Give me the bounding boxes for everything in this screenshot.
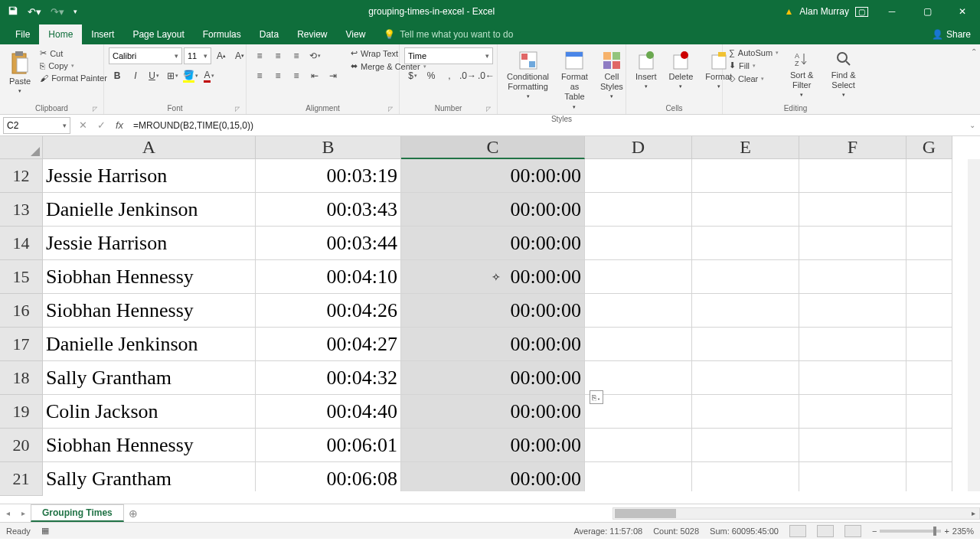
expand-formula-bar-icon[interactable]: ⌄: [965, 121, 980, 129]
cell[interactable]: 00:00:00: [401, 159, 585, 193]
bold-button[interactable]: B: [109, 67, 126, 84]
font-launcher-icon[interactable]: ◸: [235, 106, 240, 112]
cell[interactable]: Siobhan Hennessy: [43, 429, 256, 462]
increase-decimal-button[interactable]: .0→: [459, 67, 476, 84]
align-middle-button[interactable]: ≡: [270, 47, 286, 64]
cell[interactable]: Siobhan Hennessy: [43, 294, 256, 328]
enter-formula-button[interactable]: ✓: [92, 117, 110, 134]
cell[interactable]: 00:03:43: [256, 193, 401, 227]
sheet-nav-prev-icon[interactable]: ◂: [0, 509, 15, 517]
cell[interactable]: [799, 193, 906, 227]
sort-filter-button[interactable]: AZSort & Filter▾: [783, 47, 820, 102]
cell[interactable]: [799, 159, 906, 193]
row-header[interactable]: 20: [0, 429, 43, 462]
column-header-C[interactable]: C: [401, 136, 585, 159]
cell[interactable]: [906, 260, 952, 294]
cell[interactable]: 00:04:32: [256, 361, 401, 395]
cell[interactable]: Danielle Jenkinson: [43, 193, 256, 227]
tab-review[interactable]: Review: [288, 24, 336, 44]
clear-button[interactable]: ◇Clear ▾: [727, 73, 780, 84]
fill-color-button[interactable]: 🪣: [182, 67, 199, 84]
cell[interactable]: Danielle Jenkinson: [43, 328, 256, 361]
format-painter-button[interactable]: 🖌Format Painter: [38, 73, 109, 83]
share-button[interactable]: 👤 Share: [923, 24, 980, 44]
cell[interactable]: [692, 361, 799, 395]
row-header[interactable]: 13: [0, 193, 43, 227]
font-color-button[interactable]: A: [201, 67, 217, 84]
format-as-table-button[interactable]: Format as Table▾: [557, 47, 593, 113]
tab-view[interactable]: View: [337, 24, 375, 44]
align-bottom-button[interactable]: ≡: [288, 47, 305, 64]
close-button[interactable]: ✕: [945, 0, 980, 23]
cell[interactable]: [692, 429, 799, 462]
conditional-formatting-button[interactable]: Conditional Formatting▾: [502, 47, 554, 103]
sheet-tab-active[interactable]: Grouping Times: [31, 504, 124, 522]
decrease-indent-button[interactable]: ⇤: [306, 67, 323, 84]
cell[interactable]: [906, 328, 952, 361]
user-account[interactable]: ▲ Alan Murray ▢: [778, 6, 874, 17]
row-header[interactable]: 17: [0, 328, 43, 361]
select-all-button[interactable]: [0, 136, 43, 159]
zoom-slider[interactable]: [880, 530, 941, 533]
column-header-F[interactable]: F: [799, 136, 906, 159]
minimize-button[interactable]: ─: [874, 0, 910, 23]
qat-customize-icon[interactable]: ▾: [74, 8, 77, 15]
horizontal-scrollbar[interactable]: ◂▸: [612, 507, 980, 520]
font-name-combo[interactable]: Calibri: [109, 47, 182, 64]
cell[interactable]: 00:00:00: [401, 227, 585, 260]
cell[interactable]: 00:00:00: [401, 193, 585, 227]
cell[interactable]: [799, 395, 906, 429]
clipboard-launcher-icon[interactable]: ◸: [93, 106, 97, 112]
autofill-options-button[interactable]: ⎘▾: [590, 390, 603, 404]
cell[interactable]: 00:06:08: [256, 462, 401, 491]
insert-cells-button[interactable]: Insert▾: [631, 47, 662, 93]
sheet-nav-next-icon[interactable]: ▸: [15, 509, 31, 517]
row-header[interactable]: 12: [0, 159, 43, 193]
cell[interactable]: Sally Grantham: [43, 361, 256, 395]
row-header[interactable]: 16: [0, 294, 43, 328]
cell[interactable]: [585, 260, 692, 294]
cell-styles-button[interactable]: Cell Styles▾: [596, 47, 628, 103]
cell[interactable]: [585, 227, 692, 260]
undo-icon[interactable]: ↶▾: [28, 6, 41, 18]
alignment-launcher-icon[interactable]: ◸: [388, 106, 393, 112]
cell[interactable]: [799, 260, 906, 294]
cell[interactable]: 00:00:00: [401, 429, 585, 462]
tab-insert[interactable]: Insert: [82, 24, 123, 44]
cell[interactable]: [692, 462, 799, 491]
cell[interactable]: [585, 159, 692, 193]
cell[interactable]: [799, 429, 906, 462]
align-top-button[interactable]: ≡: [251, 47, 268, 64]
paste-button[interactable]: Paste▾: [5, 47, 35, 98]
font-size-combo[interactable]: 11: [184, 47, 211, 64]
page-layout-view-button[interactable]: [817, 525, 834, 537]
borders-button[interactable]: ⊞: [164, 67, 181, 84]
cell[interactable]: [585, 429, 692, 462]
cell[interactable]: 00:03:44: [256, 227, 401, 260]
copy-button[interactable]: ⎘Copy ▾: [38, 60, 109, 71]
cell[interactable]: [585, 193, 692, 227]
delete-cells-button[interactable]: Delete▾: [665, 47, 698, 93]
cell[interactable]: [692, 294, 799, 328]
cell[interactable]: [906, 159, 952, 193]
cell[interactable]: [906, 193, 952, 227]
cell[interactable]: Siobhan Hennessy: [43, 260, 256, 294]
cell[interactable]: [692, 260, 799, 294]
fill-button[interactable]: ⬇Fill ▾: [727, 60, 780, 71]
cell[interactable]: 00:04:40: [256, 395, 401, 429]
cell[interactable]: 00:00:00: [401, 260, 585, 294]
cell[interactable]: Jessie Harrison: [43, 159, 256, 193]
cell[interactable]: [906, 227, 952, 260]
cell[interactable]: Colin Jackson: [43, 395, 256, 429]
cell[interactable]: [799, 328, 906, 361]
worksheet-grid[interactable]: ABCDEFG 12131415161718192021 Jessie Harr…: [0, 136, 980, 504]
normal-view-button[interactable]: [789, 525, 806, 537]
cell[interactable]: [799, 361, 906, 395]
column-header-B[interactable]: B: [256, 136, 401, 159]
grow-font-button[interactable]: A▴: [213, 47, 230, 64]
row-header[interactable]: 18: [0, 361, 43, 395]
align-left-button[interactable]: ≡: [251, 67, 268, 84]
tab-page-layout[interactable]: Page Layout: [123, 24, 193, 44]
increase-indent-button[interactable]: ⇥: [325, 67, 341, 84]
redo-icon[interactable]: ↷▾: [51, 6, 64, 18]
